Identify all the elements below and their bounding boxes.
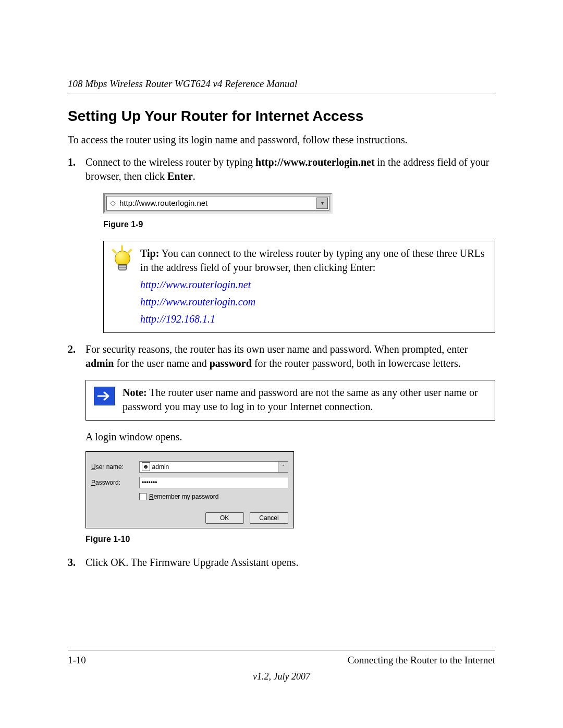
cancel-button[interactable]: Cancel [250, 512, 288, 524]
tip-box: Tip: You can connect to the wireless rou… [103, 241, 495, 333]
tip-link-1[interactable]: http://www.routerlogin.net [140, 278, 488, 292]
figure-login-dialog: User name: ☻ admin ˅ Password: ••••••• [85, 451, 495, 528]
step2-post: for the router password, both in lowerca… [252, 357, 461, 369]
username-label: User name: [91, 463, 139, 471]
note-box: Note: The router user name and password … [85, 380, 495, 421]
password-input[interactable]: ••••••• [139, 477, 288, 488]
address-bar-dropdown[interactable]: ▾ [316, 198, 328, 209]
arrow-icon [94, 387, 115, 405]
step-1: Connect to the wireless router by typing… [68, 155, 495, 333]
version-date: v1.2, July 2007 [68, 671, 495, 682]
ok-button[interactable]: OK [205, 512, 244, 524]
step1-url: http://www.routerlogin.net [255, 156, 375, 168]
password-label: Password: [91, 478, 139, 487]
note-body: The router user name and password are no… [123, 387, 478, 412]
steps-list: Connect to the wireless router by typing… [68, 155, 495, 570]
remember-row: Remember my password [139, 492, 288, 501]
tip-icon-cell [110, 246, 134, 326]
page: 108 Mbps Wireless Router WGT624 v4 Refer… [0, 0, 563, 728]
remember-label: Remember my password [149, 492, 218, 501]
password-value: ••••••• [142, 478, 157, 487]
username-row: User name: ☻ admin ˅ [91, 461, 288, 473]
user-icon: ☻ [142, 462, 150, 471]
intro-paragraph: To access the router using its login nam… [68, 134, 495, 146]
tip-link-3[interactable]: http://192.168.1.1 [140, 312, 488, 326]
section-title: Setting Up Your Router for Internet Acce… [68, 108, 495, 125]
address-bar[interactable]: ◇ http://www.routerlogin.net ▾ [106, 196, 329, 211]
tip-body: You can connect to the wireless router b… [140, 248, 485, 273]
step2-mid: for the user name and [114, 357, 209, 369]
running-header: 108 Mbps Wireless Router WGT624 v4 Refer… [68, 78, 495, 93]
figure-1-10-caption: Figure 1-10 [85, 534, 495, 545]
address-bar-text: http://www.routerlogin.net [118, 198, 315, 208]
username-input[interactable]: ☻ admin ˅ [139, 461, 288, 473]
step1-post: . [193, 170, 195, 182]
figure-address-bar: ◇ http://www.routerlogin.net ▾ [103, 193, 495, 214]
step1-enter: Enter [167, 170, 193, 182]
step-2: For security reasons, the router has its… [68, 342, 495, 545]
chapter-title: Connecting the Router to the Internet [348, 655, 495, 666]
login-dialog: User name: ☻ admin ˅ Password: ••••••• [85, 451, 294, 528]
tip-label: Tip: [140, 248, 159, 259]
dialog-buttons: OK Cancel [91, 512, 288, 524]
step1-pre: Connect to the wireless router by typing [85, 156, 255, 168]
page-number: 1-10 [68, 655, 86, 666]
tip-links: http://www.routerlogin.net http://www.ro… [140, 278, 488, 326]
username-dropdown[interactable]: ˅ [278, 462, 288, 472]
username-value: admin [152, 463, 169, 471]
step-3: Click OK. The Firmware Upgrade Assistant… [68, 556, 495, 570]
note-label: Note: [123, 387, 147, 398]
note-icon-cell [92, 386, 116, 414]
password-row: Password: ••••••• [91, 477, 288, 488]
figure-1-9-caption: Figure 1-9 [103, 219, 495, 230]
step2-pre: For security reasons, the router has its… [85, 343, 468, 355]
step2-admin: admin [85, 357, 114, 369]
address-bar-frame: ◇ http://www.routerlogin.net ▾ [103, 193, 333, 214]
page-icon: ◇ [107, 199, 118, 208]
note-text: Note: The router user name and password … [123, 386, 488, 414]
tip-link-2[interactable]: http://www.routerlogin.com [140, 295, 488, 309]
page-footer: 1-10 Connecting the Router to the Intern… [68, 650, 495, 682]
tip-text: Tip: You can connect to the wireless rou… [140, 246, 488, 326]
lightbulb-icon [111, 248, 133, 274]
login-opens-text: A login window opens. [85, 430, 495, 444]
remember-checkbox[interactable] [139, 493, 146, 500]
step2-password: password [210, 357, 252, 369]
